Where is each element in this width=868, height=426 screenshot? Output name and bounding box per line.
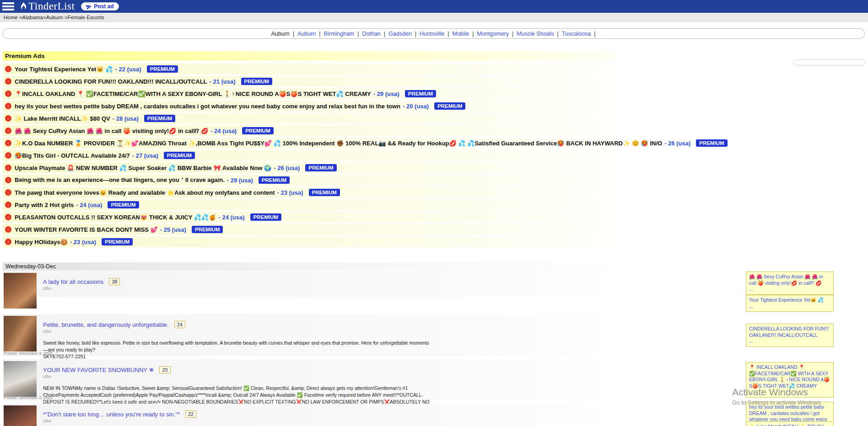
premium-ad-row[interactable]: ↑ CINDERELLA LOOKING FOR FUN!!! OAKLAND!…	[3, 76, 615, 87]
premium-badge: PREMIUM	[250, 213, 281, 221]
premium-ad-row[interactable]: ↑ 🌺 🌺 Sexy CuRvy Asian 🌺 🌺 in call 🍑 vis…	[3, 125, 615, 136]
city-nav-link[interactable]: Dothan	[361, 31, 382, 37]
premium-ad-title[interactable]: 📍INCALL OAKLAND 📍 ✅FACETIME/CAR✅WITH A S…	[15, 91, 371, 97]
listing-title[interactable]: Petite, brunette, and dangerously unforg…	[43, 321, 169, 328]
listing-title[interactable]: *"Don't stare too long… unless you're re…	[43, 411, 180, 418]
up-arrow-icon: ↑	[5, 66, 11, 72]
city-nav-link[interactable]: Tuscaloosa	[561, 31, 592, 37]
premium-ad-row[interactable]: ↑ Upscale Playmate 🚨 NEW NUMBER 💦 Super …	[3, 162, 615, 173]
premium-ad-row[interactable]: ↑ ✨ Lake Merritt INCALL✨ $80 QV - 28 (us…	[3, 113, 615, 124]
premium-ad-age[interactable]: - 26 (usa)	[274, 165, 300, 171]
premium-ad-row[interactable]: ↑ Your Tightest Experience Yet🐱 💦 - 22 (…	[3, 64, 615, 75]
premium-ad-title[interactable]: PLEASANTON OUTCALLS !! SEXY KOREAN😻 THIC…	[15, 214, 216, 221]
premium-ad-row[interactable]: ↑ 🥵Big Tits Girl - OUTCALL Available 24/…	[3, 150, 615, 161]
up-arrow-icon: ↑	[5, 128, 11, 134]
city-nav-link[interactable]: Auburn	[296, 31, 317, 37]
listing-thumbnail[interactable]	[4, 361, 37, 397]
premium-ad-row[interactable]: ↑ hey its your best wettes petite baby D…	[3, 101, 615, 112]
up-arrow-icon: ↑	[5, 214, 11, 220]
premium-badge: PREMIUM	[241, 78, 272, 85]
premium-ad-row[interactable]: ↑ Happy HOlidays🍪 - 23 (usa) PREMIUM	[3, 236, 615, 247]
city-nav-link[interactable]: Muscle Shoals	[515, 31, 555, 37]
sidebar-ad-title[interactable]: CINDERELLA LOOKING FOR FUN!!! OAKLAND!!!…	[749, 326, 830, 338]
premium-ad-title[interactable]: ✨ Lake Merritt INCALL✨ $80 QV	[15, 115, 110, 122]
city-nav-link[interactable]: Huntsville	[418, 31, 446, 37]
premium-ad-row[interactable]: ↑ Party with 2 Hot girls - 24 (usa) PREM…	[3, 199, 615, 210]
premium-ad-title[interactable]: ✨K.O Daa NUMBER 🏅 PROVIDER ⏳✨💕AMAZING Th…	[15, 140, 662, 147]
city-nav-separator: |	[317, 31, 322, 37]
city-nav-separator: |	[413, 31, 418, 37]
premium-ad-age[interactable]: - 23 (usa)	[70, 239, 96, 245]
premium-ad-age[interactable]: - 27 (usa)	[132, 152, 158, 159]
up-arrow-icon: ↑	[5, 152, 11, 159]
premium-ad-title[interactable]: Being with me is an experience—one that …	[15, 176, 225, 184]
age-badge: 22	[185, 410, 196, 418]
premium-ad-age[interactable]: - 23 (usa)	[277, 189, 303, 196]
city-nav-link[interactable]: Auburn	[270, 31, 291, 37]
premium-ad-age[interactable]: - 24 (usa)	[210, 128, 237, 134]
premium-ad-title[interactable]: 🥵Big Tits Girl - OUTCALL Available 24/7	[15, 152, 130, 159]
premium-ad-title[interactable]: Happy HOlidays🍪	[15, 239, 68, 245]
sidebar-ad-title[interactable]: 🌺 🌺 Sexy CuRvy Asian 🌺 🌺 in call 🍑 visit…	[749, 274, 830, 286]
premium-ad-age[interactable]: - 26 (usa)	[664, 140, 690, 147]
premium-ad-row[interactable]: ↑ The pawg that everyone loves😼 Ready an…	[3, 187, 615, 198]
breadcrumb-separator: >	[18, 15, 22, 20]
premium-badge: PREMIUM	[144, 115, 175, 122]
premium-ad-age[interactable]: - 22 (usa)	[115, 66, 141, 73]
premium-ad-row[interactable]: ↑ 📍INCALL OAKLAND 📍 ✅FACETIME/CAR✅WITH A…	[3, 88, 615, 99]
premium-badge: PREMIUM	[305, 164, 336, 171]
premium-ad-age[interactable]: - 25 (usa)	[160, 226, 186, 233]
menu-icon[interactable]	[2, 1, 14, 12]
post-ad-button[interactable]: Post ad	[81, 2, 119, 11]
breadcrumb-link[interactable]: Home	[4, 15, 18, 20]
brand-logo[interactable]: TinderList	[20, 0, 75, 12]
listing-thumbnail[interactable]	[4, 273, 37, 309]
listing-title[interactable]: A lady for all occasions	[43, 278, 103, 285]
sidebar-ad-title[interactable]: Your Tightest Experience Yet🐱 💦	[749, 297, 830, 304]
premium-ad-row[interactable]: ↑ YOUR WINTER FAVORITE IS BACK DONT MISS…	[3, 224, 615, 235]
premium-ad-age[interactable]: - 29 (usa)	[227, 177, 253, 184]
premium-ad-age[interactable]: - 28 (usa)	[113, 115, 139, 122]
premium-badge: PREMIUM	[259, 176, 290, 184]
sidebar-ad-title[interactable]: 📍 INCALL OAKLAND 📍 ✅FACETIME/CAR✅ WITH A…	[749, 364, 830, 389]
up-arrow-icon: ↑	[5, 165, 11, 171]
city-nav-link[interactable]: Montgomery	[476, 31, 510, 37]
premium-ad-row[interactable]: ↑ ✨K.O Daa NUMBER 🏅 PROVIDER ⏳✨💕AMAZING …	[3, 138, 615, 149]
sidebar-ad-box[interactable]: Your Tightest Experience Yet🐱 💦 ...	[746, 295, 834, 312]
premium-ad-age[interactable]: - 21 (usa)	[210, 78, 236, 85]
premium-ad-title[interactable]: YOUR WINTER FAVORITE IS BACK DONT MISS 💕	[15, 226, 158, 233]
premium-ad-title[interactable]: 🌺 🌺 Sexy CuRvy Asian 🌺 🌺 in call 🍑 visit…	[15, 128, 208, 134]
city-nav-link[interactable]: Mobile	[451, 31, 470, 37]
listing-row: A lady for all occasions 38 USA	[3, 271, 623, 297]
listing-title[interactable]: YOUR NEW FAVORITE SNOWBUNNY ❄	[43, 367, 154, 373]
premium-ad-title[interactable]: hey its your best wettes petite baby DRE…	[15, 103, 400, 110]
premium-ad-title[interactable]: The pawg that everyone loves😼 Ready and …	[15, 189, 275, 196]
listing-country: USA	[43, 374, 623, 379]
premium-ad-row[interactable]: ↑ PLEASANTON OUTCALLS !! SEXY KOREAN😻 TH…	[3, 212, 615, 223]
premium-ad-age[interactable]: - 24 (usa)	[218, 214, 244, 221]
city-nav-link[interactable]: Birmingham	[323, 31, 356, 37]
up-arrow-icon: ↑	[5, 115, 11, 122]
premium-ad-age[interactable]: - 24 (usa)	[76, 202, 102, 208]
breadcrumb-link[interactable]: Auburn	[46, 15, 63, 20]
sidebar-ad-box[interactable]: 📍 INCALL OAKLAND 📍 ✅FACETIME/CAR✅ WITH A…	[746, 362, 834, 398]
breadcrumb-link[interactable]: Alabama	[22, 15, 43, 20]
listing-country: USA	[43, 286, 623, 291]
breadcrumb-link[interactable]: Female Escorts	[68, 15, 104, 20]
date-header: Wednesday-03-Dec	[3, 262, 623, 271]
breadcrumb: Home > Alabama> Auburn > Female Escorts	[0, 13, 868, 22]
premium-ad-age[interactable]: - 20 (usa)	[403, 103, 429, 110]
premium-ad-row[interactable]: ↑ Being with me is an experience—one tha…	[3, 175, 615, 186]
premium-ad-title[interactable]: Your Tightest Experience Yet🐱 💦	[15, 66, 113, 73]
sidebar-ad-box[interactable]: ✨ Lake Merritt INCALL✨ $80 QV ...	[746, 421, 834, 426]
sidebar-ad-box[interactable]: CINDERELLA LOOKING FOR FUN!!! OAKLAND!!!…	[746, 324, 834, 347]
premium-ad-title[interactable]: CINDERELLA LOOKING FOR FUN!!! OAKLAND!!!…	[15, 78, 207, 85]
sidebar-ad-title[interactable]: ✨ Lake Merritt INCALL✨ $80 QV	[749, 424, 830, 426]
premium-ad-title[interactable]: Upscale Playmate 🚨 NEW NUMBER 💦 Super So…	[15, 165, 271, 171]
premium-ad-title[interactable]: Party with 2 Hot girls	[15, 202, 74, 208]
premium-ad-age[interactable]: - 29 (usa)	[373, 91, 399, 97]
city-nav-link[interactable]: Gadsden	[387, 31, 413, 37]
listing-thumbnail[interactable]	[4, 316, 37, 351]
listing-thumbnail[interactable]	[4, 405, 37, 426]
sidebar-ad-box[interactable]: 🌺 🌺 Sexy CuRvy Asian 🌺 🌺 in call 🍑 visit…	[746, 272, 834, 295]
